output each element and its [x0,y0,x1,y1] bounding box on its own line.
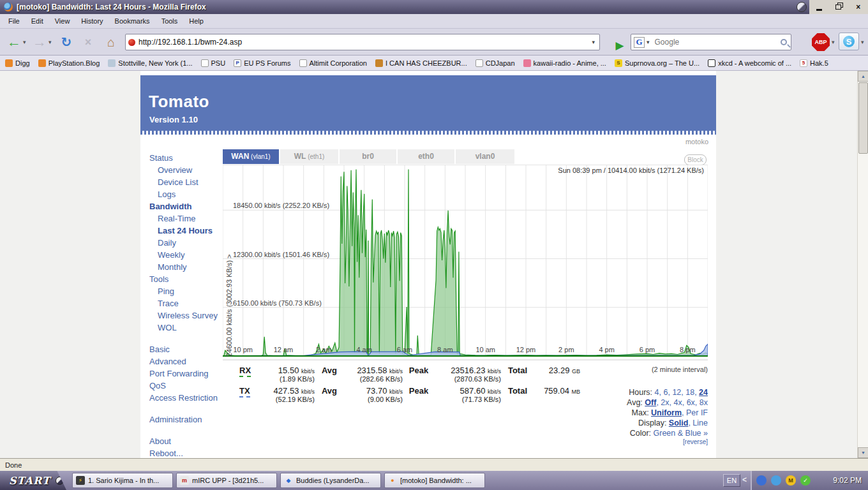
option-18[interactable]: 18 [685,388,694,397]
menu-edit[interactable]: Edit [26,15,49,27]
sidebar-item-bandwidth[interactable]: Bandwidth [140,200,222,212]
sidebar-item-tools[interactable]: Tools [140,273,222,285]
option-4[interactable]: 4 [655,388,659,397]
menu-view[interactable]: View [49,15,76,27]
bookmark-kawaii-radio-anime[interactable]: kawaii-radio - Anime, ... [523,59,606,67]
option-line[interactable]: Line [692,419,708,427]
search-icon[interactable] [781,39,787,45]
option-8x[interactable]: 8x [700,398,708,407]
sidebar-item-port-forwarding[interactable]: Port Forwarding [140,368,222,380]
engine-dropdown-icon[interactable]: ▾ [645,39,652,45]
sidebar-item-reboot[interactable]: Reboot... [140,447,222,458]
bookmark-eu-ps-forums[interactable]: PEU PS Forums [234,59,290,67]
task-buddies-lysanderda[interactable]: ◆Buddies (LysanderDa... [280,473,381,488]
sidebar-item-basic[interactable]: Basic [140,343,222,355]
thunderbird-tray-icon[interactable] [756,475,767,486]
forward-dropdown-icon[interactable]: ▾ [49,39,52,45]
google-engine-icon[interactable]: G [634,37,645,48]
bookmark-digg[interactable]: Digg [5,59,30,67]
sidebar-item-device-list[interactable]: Device List [140,176,222,188]
back-dropdown-icon[interactable]: ▾ [23,39,26,45]
sidebar-item-real-time[interactable]: Real-Time [140,212,222,225]
option-uniform[interactable]: Uniform [651,408,682,417]
block-button[interactable]: Block [684,154,707,165]
sidebar-item-trace[interactable]: Trace [140,297,222,309]
sidebar-item-wol[interactable]: WOL [140,322,222,334]
close-button[interactable]: × [852,2,865,12]
back-button[interactable]: ← [4,32,24,52]
skype-extension-button[interactable]: S [839,33,859,50]
abp-dropdown-icon[interactable]: ▾ [832,39,835,45]
skype-tray-icon[interactable]: ✓ [800,475,811,486]
sidebar-item-monthly[interactable]: Monthly [140,261,222,273]
stop-button[interactable]: × [78,32,98,52]
tab-wl-eth1[interactable]: WL (eth1) [280,149,338,164]
menu-bookmarks[interactable]: Bookmarks [109,15,156,27]
sidebar-item-wireless-survey[interactable]: Wireless Survey [140,309,222,322]
menu-history[interactable]: History [75,15,108,27]
sidebar-item-overview[interactable]: Overview [140,164,222,176]
task-1-sario-kijima-in-th[interactable]: ⚡1. Sario Kijima - In th... [72,473,173,488]
task-mirc-upp-3d21h5[interactable]: mmIRC UPP - [3d21h5... [176,473,277,488]
sidebar-item-ping[interactable]: Ping [140,285,222,297]
search-bar[interactable]: G ▾ [631,34,791,50]
option-green-blue[interactable]: Green & Blue » [654,429,708,438]
home-button[interactable]: ⌂ [101,32,121,52]
minimize-button[interactable] [812,2,825,12]
menu-help[interactable]: Help [183,15,209,27]
bookmark-playstation-blog[interactable]: PlayStation.Blog [38,59,100,67]
option-per-if[interactable]: Per IF [686,408,708,417]
bookmark-i-can-has-cheezbur[interactable]: I CAN HAS CHEEZBUR... [375,59,467,67]
tab-br0[interactable]: br0 [340,149,396,164]
language-indicator[interactable]: EN [723,474,740,487]
skype-dropdown-icon[interactable]: ▾ [861,39,864,45]
option-24[interactable]: 24 [699,388,708,397]
miranda-tray-icon[interactable]: M [786,475,796,486]
bookmark-psu[interactable]: PSU [201,59,226,67]
bookmark-altimit-corporation[interactable]: Altimit Corporation [299,59,367,67]
tray-collapse-icon[interactable]: < [742,475,747,484]
sidebar-item-access-restriction[interactable]: Access Restriction [140,392,222,404]
go-button[interactable]: ▶ [610,35,630,56]
sidebar-item-status[interactable]: Status [140,152,222,164]
reload-button[interactable]: ↻ [56,32,77,52]
bookmark-hak-5[interactable]: 5Hak.5 [800,59,828,67]
bookmark-cdjapan[interactable]: CDJapan [475,59,515,67]
bookmark-xkcd-a-webcomic-of[interactable]: xkcd - A webcomic of ... [708,59,791,67]
option-solid[interactable]: Solid [669,419,689,427]
sidebar-item-advanced[interactable]: Advanced [140,355,222,368]
search-input[interactable] [655,38,781,47]
sidebar-item-weekly[interactable]: Weekly [140,249,222,261]
messenger-tray-icon[interactable] [771,475,781,486]
bookmark-stottville-new-york-1[interactable]: Stottville, New York (1... [108,59,192,67]
task-motoko-bandwidth[interactable]: ●[motoko] Bandwidth: ... [384,473,485,488]
menu-tools[interactable]: Tools [156,15,184,27]
tab-wan-vlan1[interactable]: WAN (vlan1) [223,149,279,164]
sidebar-item-about[interactable]: About [140,435,222,447]
url-dropdown-icon[interactable]: ▾ [590,39,597,45]
forward-button[interactable]: → [29,32,50,52]
sidebar-item-administration[interactable]: Administration [140,413,222,426]
tab-vlan0[interactable]: vlan0 [456,149,514,164]
menu-file[interactable]: File [3,15,26,27]
option-6x[interactable]: 6x [687,398,695,407]
sidebar-item-last-24-hours[interactable]: Last 24 Hours [140,225,222,237]
tab-eth0[interactable]: eth0 [398,149,454,164]
bookmark-suprnova-org-the-u[interactable]: SSuprnova.org – The U... [615,59,700,67]
vertical-scrollbar[interactable]: ▲ ▼ [857,71,868,458]
url-bar[interactable]: ▾ [125,34,600,50]
adblock-plus-button[interactable]: ABP [812,33,830,51]
option-4x[interactable]: 4x [673,398,682,407]
scroll-up-button[interactable]: ▲ [858,71,868,82]
url-input[interactable] [138,38,590,47]
scrollbar-thumb[interactable] [858,82,868,154]
sidebar-item-daily[interactable]: Daily [140,237,222,249]
scroll-down-button[interactable]: ▼ [858,447,868,458]
reverse-link[interactable]: [reverse] [627,438,708,445]
sidebar-item-logs[interactable]: Logs [140,188,222,200]
option-off[interactable]: Off [645,398,656,407]
option-12[interactable]: 12 [672,388,681,397]
option-2x[interactable]: 2x [661,398,669,407]
restore-button[interactable] [832,2,845,12]
sidebar-item-qos[interactable]: QoS [140,380,222,392]
